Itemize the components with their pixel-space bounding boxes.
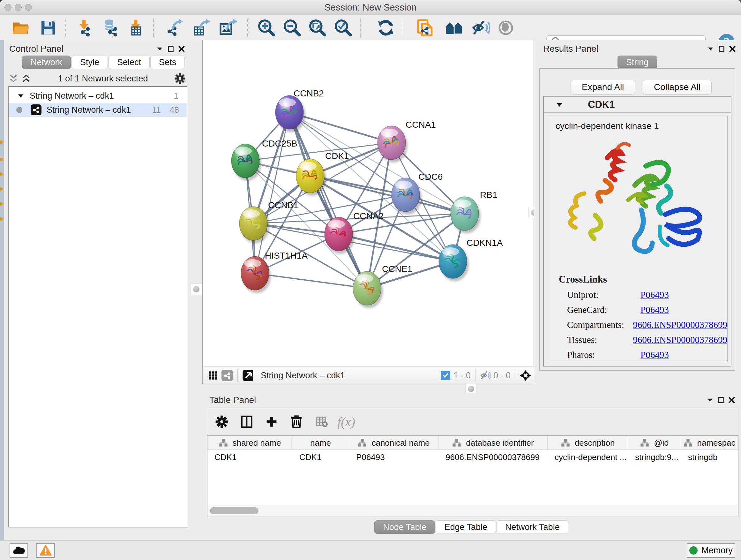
node-CCNE1[interactable]: CCNE1 xyxy=(353,264,412,308)
tab-sets[interactable]: Sets xyxy=(150,56,185,69)
collapse-all-button[interactable]: Collapse All xyxy=(643,80,712,95)
gene-name: CDK1 xyxy=(588,99,615,111)
node-RB1[interactable]: RB1 xyxy=(451,190,497,233)
crosslink-link[interactable]: P06493 xyxy=(641,305,669,315)
crosslink-link[interactable]: P06493 xyxy=(641,350,669,360)
fit-content-icon[interactable] xyxy=(520,370,531,381)
zoom-selected-button[interactable] xyxy=(334,18,352,37)
tab-string[interactable]: String xyxy=(617,56,657,69)
gene-section: CDK1 cyclin-dependent kinase 1 xyxy=(543,97,731,367)
refresh-button[interactable] xyxy=(377,18,395,37)
expand-all-button[interactable]: Expand All xyxy=(570,80,635,95)
table-panel-close-button[interactable] xyxy=(726,395,737,406)
network-view-title: String Network – cdk1 xyxy=(261,371,345,381)
network-status-dot xyxy=(16,107,22,113)
node-HIST1H1A[interactable]: HIST1H1A xyxy=(241,251,308,293)
import-network-from-database-button[interactable] xyxy=(101,18,119,37)
export-table-button[interactable] xyxy=(192,18,210,37)
column-header-@id[interactable]: @id xyxy=(628,436,681,449)
node-CDC6[interactable]: CDC6 xyxy=(392,172,443,214)
warning-status-button[interactable] xyxy=(37,543,55,558)
column-header-canonical-name[interactable]: canonical name xyxy=(349,436,439,449)
edge-CCNA2-CDKN1A[interactable] xyxy=(339,234,453,261)
tab-style[interactable]: Style xyxy=(71,56,108,69)
home-button[interactable] xyxy=(444,18,463,37)
memory-button[interactable]: Memory xyxy=(687,543,735,558)
save-session-button[interactable] xyxy=(39,18,57,37)
table-settings-gear-icon[interactable] xyxy=(212,412,232,431)
edge-HIST1H1A-CCNE1[interactable] xyxy=(255,273,367,288)
show-panel-button[interactable] xyxy=(496,18,515,37)
results-panel-float-button[interactable] xyxy=(716,44,727,54)
column-header-namespac[interactable]: namespac xyxy=(681,436,738,449)
import-network-button[interactable] xyxy=(75,18,94,37)
selected-checkbox[interactable] xyxy=(441,371,450,380)
network-options-gear-icon[interactable] xyxy=(174,73,185,84)
node-label-RB1: RB1 xyxy=(480,190,497,200)
crosslink-label: Tissues: xyxy=(567,334,633,345)
import-table-button[interactable] xyxy=(126,18,145,37)
add-column-icon[interactable] xyxy=(261,412,282,431)
control-panel-title: Control Panel xyxy=(9,44,64,54)
zoom-out-button[interactable] xyxy=(283,18,301,37)
export-image-button[interactable] xyxy=(219,18,238,37)
zoom-in-button[interactable] xyxy=(257,18,276,37)
grid-view-icon[interactable] xyxy=(207,370,218,381)
edge-CCNB2-HIST1H1A[interactable] xyxy=(255,112,289,273)
control-panel-close-button[interactable] xyxy=(176,44,187,54)
open-session-button[interactable] xyxy=(11,18,30,37)
section-expander-icon[interactable] xyxy=(555,101,563,109)
export-network-button[interactable] xyxy=(165,18,183,37)
cloud-status-button[interactable] xyxy=(10,543,28,558)
crosslink-link[interactable]: P06493 xyxy=(641,290,669,300)
tab-edge-table[interactable]: Edge Table xyxy=(435,520,496,534)
node-CCNB2[interactable]: CCNB2 xyxy=(275,88,324,132)
collapse-all-networks-icon[interactable] xyxy=(8,73,19,84)
column-label: shared name xyxy=(232,438,281,448)
hidden-eye-icon[interactable] xyxy=(480,370,491,381)
left-splitter-handle[interactable] xyxy=(191,284,202,295)
node-label-CDC6: CDC6 xyxy=(418,172,443,182)
table-cell: P06493 xyxy=(349,450,439,464)
delete-column-icon[interactable] xyxy=(286,412,307,431)
network-collection-row[interactable]: String Network – cdk1 1 xyxy=(9,89,187,103)
select-columns-icon[interactable] xyxy=(237,412,257,431)
network-canvas[interactable]: CCNB2CCNA1CDC25BCDK1CDC6RB1CCNB1CCNA2CDK… xyxy=(202,40,534,367)
results-panel-close-button[interactable] xyxy=(727,44,738,54)
results-panel-menu-button[interactable] xyxy=(705,44,716,54)
tab-network-table[interactable]: Network Table xyxy=(496,520,568,534)
table-panel-menu-button[interactable] xyxy=(704,395,716,406)
control-panel-menu-button[interactable] xyxy=(154,44,165,54)
edge-CCNB2-CCNE1[interactable] xyxy=(289,112,367,288)
column-header-description[interactable]: description xyxy=(548,436,628,449)
crosslink-link[interactable]: 9606.ENSP00000378699 xyxy=(633,334,727,345)
table-horizontal-scrollbar[interactable] xyxy=(207,505,738,516)
expand-all-networks-icon[interactable] xyxy=(21,73,31,84)
hide-panel-button[interactable] xyxy=(472,18,490,37)
table-row[interactable]: CDK1CDK1P064939606.ENSP00000378699cyclin… xyxy=(207,450,738,464)
column-header-database-identifier[interactable]: database identifier xyxy=(439,436,548,449)
gene-section-header[interactable]: CDK1 xyxy=(544,97,731,113)
column-header-shared-name[interactable]: shared name xyxy=(207,436,292,449)
tab-network[interactable]: Network xyxy=(22,56,71,69)
crosslink-link[interactable]: 9606.ENSP00000378699 xyxy=(633,320,727,330)
table-panel-float-button[interactable] xyxy=(716,395,726,406)
detach-view-icon[interactable] xyxy=(242,370,253,381)
control-panel-float-button[interactable] xyxy=(165,44,176,54)
zoom-fit-button[interactable] xyxy=(308,18,327,37)
tab-node-table[interactable]: Node Table xyxy=(374,520,435,534)
node-CCNA1[interactable]: CCNA1 xyxy=(378,120,436,163)
node-CCNA2[interactable]: CCNA2 xyxy=(325,211,384,254)
copy-network-button[interactable] xyxy=(415,18,434,37)
network-row-selected[interactable]: String Network – cdk1 11 48 xyxy=(9,103,187,117)
node-CDC25B[interactable]: CDC25B xyxy=(231,138,297,181)
titlebar: Session: New Session xyxy=(0,0,741,15)
tab-select[interactable]: Select xyxy=(109,56,150,69)
network-share-icon[interactable] xyxy=(221,370,233,381)
column-header-name[interactable]: name xyxy=(292,436,349,449)
main-toolbar: ? xyxy=(0,15,741,41)
node-CDKN1A[interactable]: CDKN1A xyxy=(439,238,503,281)
collection-expander-icon[interactable] xyxy=(17,92,24,100)
table-toolbar: f(x) xyxy=(207,408,738,435)
scrollbar-thumb[interactable] xyxy=(210,507,259,514)
